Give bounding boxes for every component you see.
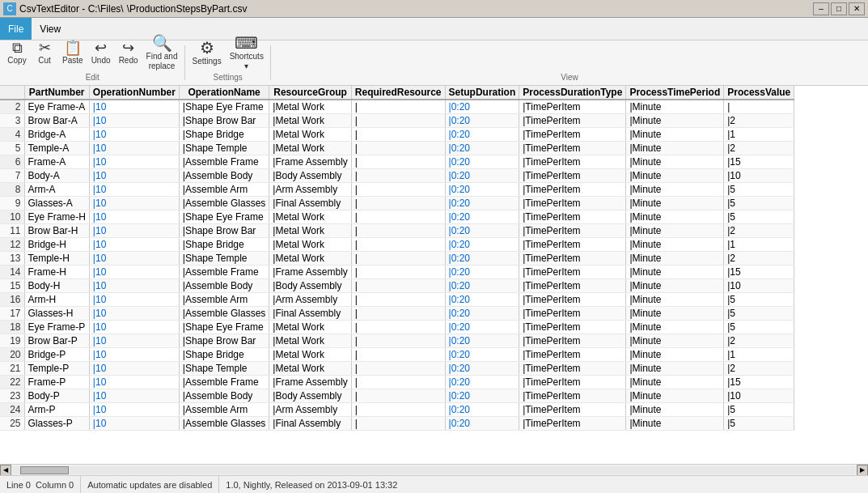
redo-button[interactable]: ↪ Redo [115, 37, 142, 78]
table-row[interactable]: 18Eye Frame-P|10|Shape Eye Frame|Metal W… [0, 321, 794, 334]
col-header-partnumber: PartNumber [24, 86, 89, 100]
table-cell: |Metal Work [269, 238, 351, 252]
maximize-button[interactable]: □ [831, 2, 847, 15]
find-replace-button[interactable]: 🔍 Find andreplace [142, 32, 182, 83]
table-cell: |10 [89, 252, 179, 266]
scroll-left-button[interactable]: ◀ [0, 465, 11, 476]
table-cell: |0:20 [445, 293, 519, 307]
table-row[interactable]: 12Bridge-H|10|Shape Bridge|Metal Work||0… [0, 238, 794, 252]
row-number: 23 [0, 389, 24, 403]
cut-button[interactable]: ✂ Cut [31, 37, 58, 78]
table-cell: Body-P [24, 389, 89, 403]
minimize-button[interactable]: – [813, 2, 829, 15]
table-cell: |Assemble Glasses [179, 307, 269, 321]
row-number: 22 [0, 376, 24, 389]
table-row[interactable]: 9Glasses-A|10|Assemble Glasses|Final Ass… [0, 197, 794, 210]
table-cell: |Minute [626, 389, 724, 403]
row-number: 12 [0, 238, 24, 252]
table-cell: |Assemble Body [179, 279, 269, 293]
csv-table-wrapper[interactable]: PartNumber OperationNumber OperationName… [0, 86, 868, 464]
table-cell: |2 [724, 252, 794, 266]
table-row[interactable]: 10Eye Frame-H|10|Shape Eye Frame|Metal W… [0, 210, 794, 224]
table-row[interactable]: 8Arm-A|10|Assemble Arm|Arm Assembly||0:2… [0, 183, 794, 197]
table-row[interactable]: 16Arm-H|10|Assemble Arm|Arm Assembly||0:… [0, 293, 794, 307]
table-cell: |Metal Work [269, 100, 351, 114]
column-value: 0 [69, 480, 74, 490]
table-cell: |Assemble Frame [179, 155, 269, 169]
table-cell: Glasses-P [24, 417, 89, 431]
table-cell: Eye Frame-P [24, 321, 89, 334]
table-cell: |Assemble Arm [179, 293, 269, 307]
table-row[interactable]: 6Frame-A|10|Assemble Frame|Frame Assembl… [0, 155, 794, 169]
close-button[interactable]: ✕ [849, 2, 865, 15]
table-row[interactable]: 15Body-H|10|Assemble Body|Body Assembly|… [0, 279, 794, 293]
table-cell: |0:20 [445, 142, 519, 155]
table-cell: | [351, 348, 445, 362]
table-cell: |10 [89, 169, 179, 183]
undo-button[interactable]: ↩ Undo [87, 37, 115, 78]
table-row[interactable]: 3Brow Bar-A|10|Shape Brow Bar|Metal Work… [0, 114, 794, 128]
table-row[interactable]: 24Arm-P|10|Assemble Arm|Arm Assembly||0:… [0, 403, 794, 417]
title-right: \ProductionStepsByPart.csv [127, 3, 248, 15]
table-cell: Frame-A [24, 155, 89, 169]
status-autoupdate: Automatic updates are disabled [81, 476, 219, 493]
copy-button[interactable]: ⧉ Copy [3, 37, 31, 78]
table-row[interactable]: 17Glasses-H|10|Assemble Glasses|Final As… [0, 307, 794, 321]
table-cell: | [351, 224, 445, 238]
table-cell: |0:20 [445, 100, 519, 114]
row-number: 16 [0, 293, 24, 307]
main-content: PartNumber OperationNumber OperationName… [0, 86, 868, 475]
table-cell: |Shape Bridge [179, 348, 269, 362]
table-cell: |TimePerItem [519, 403, 626, 417]
menu-file[interactable]: File [0, 18, 32, 40]
table-cell: |TimePerItem [519, 293, 626, 307]
table-cell: |Assemble Frame [179, 376, 269, 389]
table-row[interactable]: 14Frame-H|10|Assemble Frame|Frame Assemb… [0, 266, 794, 279]
table-cell: |2 [724, 114, 794, 128]
table-cell: Glasses-H [24, 307, 89, 321]
table-row[interactable]: 19Brow Bar-P|10|Shape Brow Bar|Metal Wor… [0, 334, 794, 348]
table-cell: |Metal Work [269, 348, 351, 362]
table-cell: |5 [724, 307, 794, 321]
table-cell: |2 [724, 362, 794, 376]
scroll-thumb[interactable] [20, 466, 69, 474]
table-cell: |Shape Brow Bar [179, 334, 269, 348]
table-cell: |0:20 [445, 321, 519, 334]
table-row[interactable]: 23Body-P|10|Assemble Body|Body Assembly|… [0, 389, 794, 403]
table-cell: |10 [89, 307, 179, 321]
table-cell: |TimePerItem [519, 210, 626, 224]
table-row[interactable]: 13Temple-H|10|Shape Temple|Metal Work||0… [0, 252, 794, 266]
table-row[interactable]: 4Bridge-A|10|Shape Bridge|Metal Work||0:… [0, 128, 794, 142]
status-bar: Line 0 Column 0 Automatic updates are di… [0, 475, 868, 493]
table-row[interactable]: 25Glasses-P|10|Assemble Glasses|Final As… [0, 417, 794, 431]
table-cell: |0:20 [445, 210, 519, 224]
menu-view[interactable]: View [32, 18, 69, 40]
table-cell: |10 [89, 389, 179, 403]
autoupdate-text: Automatic updates are disabled [87, 480, 212, 490]
table-cell: |TimePerItem [519, 100, 626, 114]
table-cell: |TimePerItem [519, 114, 626, 128]
table-row[interactable]: 7Body-A|10|Assemble Body|Body Assembly||… [0, 169, 794, 183]
table-row[interactable]: 22Frame-P|10|Assemble Frame|Frame Assemb… [0, 376, 794, 389]
paste-button[interactable]: 📋 Paste [58, 37, 87, 78]
scroll-track[interactable] [12, 466, 856, 474]
table-row[interactable]: 20Bridge-P|10|Shape Bridge|Metal Work||0… [0, 348, 794, 362]
settings-button[interactable]: ⚙ Settings [188, 36, 226, 79]
table-cell: |0:20 [445, 197, 519, 210]
table-cell: |0:20 [445, 417, 519, 431]
table-cell: |Minute [626, 238, 724, 252]
table-row[interactable]: 21Temple-P|10|Shape Temple|Metal Work||0… [0, 362, 794, 376]
table-cell: | [724, 100, 794, 114]
table-cell: |Minute [626, 142, 724, 155]
cut-label: Cut [38, 56, 51, 66]
table-row[interactable]: 2Eye Frame-A|10|Shape Eye Frame|Metal Wo… [0, 100, 794, 114]
table-row[interactable]: 11Brow Bar-H|10|Shape Brow Bar|Metal Wor… [0, 224, 794, 238]
table-row[interactable]: 5Temple-A|10|Shape Temple|Metal Work||0:… [0, 142, 794, 155]
table-cell: |0:20 [445, 266, 519, 279]
horizontal-scrollbar[interactable]: ◀ ▶ [0, 464, 868, 475]
scroll-right-button[interactable]: ▶ [857, 465, 868, 476]
app-icon: C [3, 2, 16, 15]
undo-icon: ↩ [95, 40, 107, 55]
table-cell: |Metal Work [269, 128, 351, 142]
table-cell: | [351, 252, 445, 266]
